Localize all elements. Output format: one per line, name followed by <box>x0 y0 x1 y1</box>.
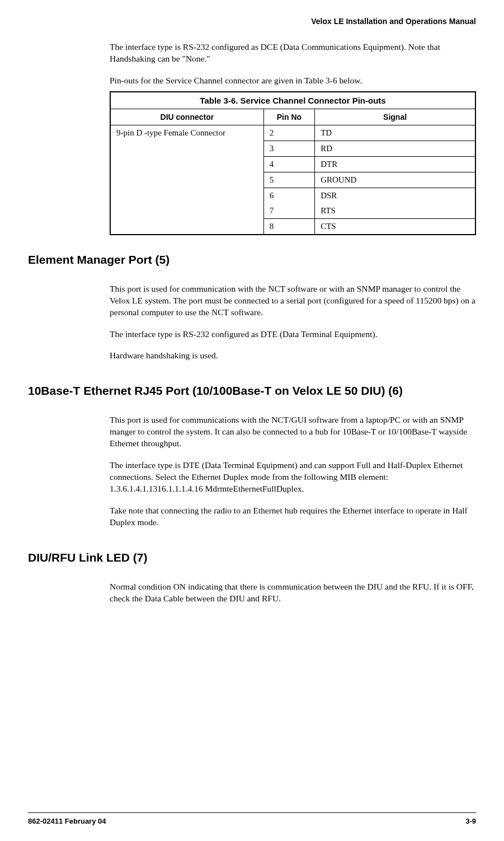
footer-doc-id: 862-02411 February 04 <box>28 817 106 825</box>
table-header-row: DIU connector Pin No Signal <box>110 109 475 125</box>
pin-cell: 8 <box>263 218 314 235</box>
signal-cell: TD <box>315 125 475 141</box>
pin-cell: 5 <box>263 172 314 188</box>
table-header-connector: DIU connector <box>110 109 263 125</box>
pin-cell: 4 <box>263 156 314 172</box>
table-header-pin: Pin No <box>263 109 314 125</box>
table-header-signal: Signal <box>315 109 475 125</box>
signal-cell: DSR <box>315 188 475 203</box>
section3-paragraph-1: Normal condition ON indicating that ther… <box>110 581 476 605</box>
section-heading-ethernet: 10Base-T Ethernet RJ45 Port (10/100Base-… <box>28 384 476 398</box>
section-heading-link-led: DIU/RFU Link LED (7) <box>28 551 476 564</box>
pin-cell: 7 <box>263 203 314 219</box>
pin-cell: 2 <box>263 125 314 141</box>
section2-paragraph-3: Take note that connecting the radio to a… <box>110 505 476 529</box>
intro-paragraph-1: The interface type is RS-232 configured … <box>110 41 476 65</box>
section2-paragraph-2: The interface type is DTE (Data Terminal… <box>110 460 476 495</box>
table-row: 9-pin D -type Female Connector 2 TD <box>110 125 475 141</box>
footer-page-number: 3-9 <box>465 817 476 825</box>
pin-cell: 3 <box>263 141 314 156</box>
signal-cell: DTR <box>315 156 475 172</box>
pinout-table: Table 3-6. Service Channel Connector Pin… <box>110 91 476 235</box>
section-heading-element-manager: Element Manager Port (5) <box>28 253 476 267</box>
signal-cell: GROUND <box>315 172 475 188</box>
intro-paragraph-2: Pin-outs for the Service Channel connect… <box>110 75 476 87</box>
footer-rule <box>28 812 476 813</box>
section2-paragraph-1: This port is used for communications wit… <box>110 414 476 450</box>
pin-cell: 6 <box>263 188 314 203</box>
page-footer: 862-02411 February 04 3-9 <box>28 816 476 825</box>
signal-cell: CTS <box>315 218 475 235</box>
signal-cell: RD <box>315 141 475 156</box>
table-caption: Table 3-6. Service Channel Connector Pin… <box>110 92 475 109</box>
connector-cell: 9-pin D -type Female Connector <box>110 125 263 235</box>
table-caption-row: Table 3-6. Service Channel Connector Pin… <box>110 92 475 109</box>
section1-paragraph-2: The interface type is RS-232 configured … <box>110 329 476 340</box>
page-header-title: Velox LE Installation and Operations Man… <box>28 17 476 26</box>
section1-paragraph-1: This port is used for communication with… <box>110 283 476 319</box>
signal-cell: RTS <box>315 203 475 219</box>
section1-paragraph-3: Hardware handshaking is used. <box>110 350 476 362</box>
